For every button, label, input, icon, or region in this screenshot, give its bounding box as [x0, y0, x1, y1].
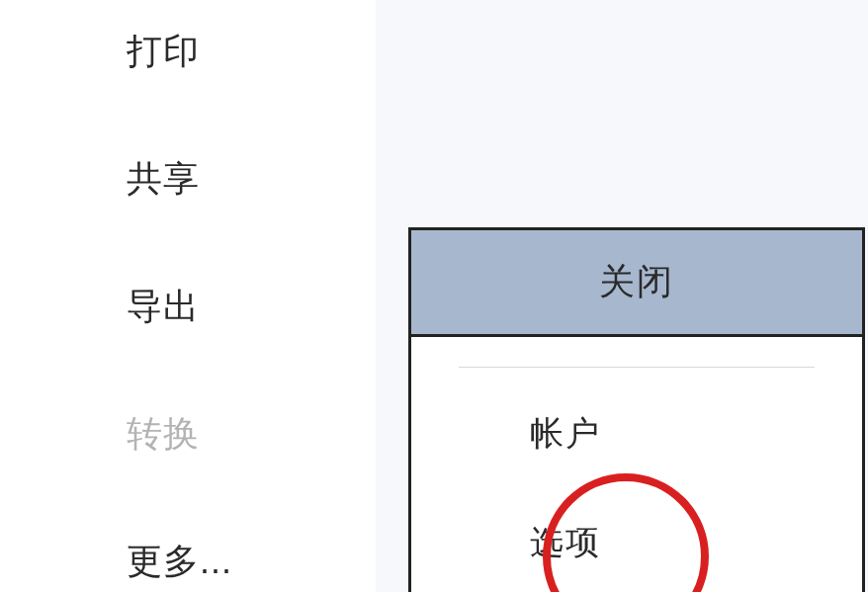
- divider: [459, 367, 815, 368]
- panel-item-account[interactable]: 帐户: [459, 380, 815, 488]
- sidebar-item-share[interactable]: 共享: [0, 137, 376, 221]
- sidebar-item-more[interactable]: 更多...: [0, 520, 376, 592]
- panel-item-options-label: 选项: [530, 523, 601, 560]
- sidebar-item-print[interactable]: 打印: [0, 10, 376, 94]
- panel-item-options[interactable]: 选项: [459, 488, 815, 592]
- popup-panel: 关闭 帐户 选项: [408, 227, 865, 592]
- sidebar: 打印 共享 导出 转换 更多...: [0, 0, 376, 592]
- sidebar-item-convert: 转换: [0, 392, 376, 476]
- sidebar-item-export[interactable]: 导出: [0, 265, 376, 349]
- panel-header-close[interactable]: 关闭: [411, 230, 862, 337]
- panel-body: 帐户 选项: [411, 367, 862, 592]
